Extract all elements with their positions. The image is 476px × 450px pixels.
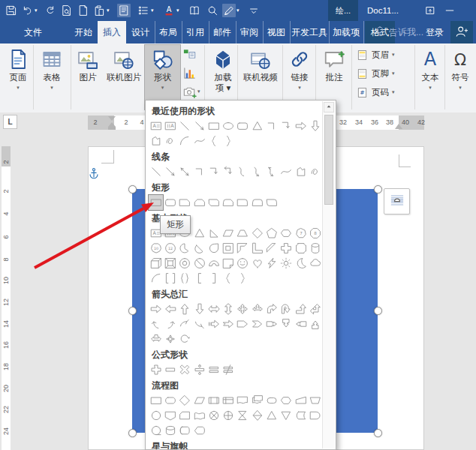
- cloud-shape-icon[interactable]: [308, 256, 322, 271]
- triangle-shape-icon[interactable]: [192, 226, 206, 241]
- a-quad-shape-icon[interactable]: [236, 302, 250, 316]
- f-prep-shape-icon[interactable]: [279, 393, 294, 408]
- font-color-button[interactable]: A: [162, 4, 176, 17]
- text-box-shape-icon[interactable]: A: [149, 118, 163, 134]
- close-window-button[interactable]: [467, 4, 476, 17]
- moon-shape-icon[interactable]: [294, 256, 308, 271]
- plaque-shape-icon[interactable]: [294, 241, 308, 256]
- f-predef-shape-icon[interactable]: [206, 393, 221, 408]
- bevel-shape-icon[interactable]: [163, 256, 177, 271]
- scribble-shape-icon[interactable]: [163, 134, 177, 148]
- reading-view-button[interactable]: [117, 4, 131, 17]
- tab-设计[interactable]: 设计: [126, 21, 155, 44]
- smartart-button[interactable]: [182, 46, 197, 62]
- arc-shape-icon[interactable]: [178, 134, 192, 148]
- f-decision-shape-icon[interactable]: [178, 393, 192, 408]
- dbl-brace-shape-icon[interactable]: [178, 271, 192, 286]
- a-lru-shape-icon[interactable]: [250, 302, 264, 316]
- tab-stop-selector[interactable]: L: [3, 115, 17, 129]
- frame-shape-icon[interactable]: [221, 241, 235, 256]
- a-notched-shape-icon[interactable]: [221, 316, 235, 332]
- elbow-arrow-shape-icon[interactable]: [206, 164, 221, 179]
- a-uturn-shape-icon[interactable]: [279, 302, 294, 316]
- f-sort-shape-icon[interactable]: [250, 408, 264, 423]
- tab-插入[interactable]: 插入: [98, 21, 126, 44]
- shape-resize-handle[interactable]: [128, 429, 137, 437]
- f-term-shape-icon[interactable]: [264, 393, 279, 408]
- pie-shape-icon[interactable]: [178, 241, 192, 256]
- a-co-l-shape-icon[interactable]: [294, 316, 308, 332]
- line-arrow-shape-icon[interactable]: [163, 164, 177, 179]
- shape-resize-handle[interactable]: [374, 307, 382, 315]
- round1-shape-icon[interactable]: [236, 195, 250, 210]
- print-preview-button[interactable]: [60, 4, 74, 17]
- a-bentup-shape-icon[interactable]: [294, 302, 308, 316]
- smiley-shape-icon[interactable]: [236, 256, 250, 271]
- tab-布局[interactable]: 布局: [155, 21, 182, 44]
- blk-up-shape-icon[interactable]: [178, 302, 192, 316]
- f-delay-shape-icon[interactable]: [308, 408, 322, 423]
- save-button[interactable]: [5, 4, 18, 17]
- snip-round1-shape-icon[interactable]: [221, 195, 235, 210]
- elbow-arrow-shape-icon[interactable]: [279, 118, 294, 134]
- f-offpage-shape-icon[interactable]: [163, 408, 177, 423]
- a-pentagon-shape-icon[interactable]: [236, 316, 250, 332]
- table-button[interactable]: 表格▾: [35, 45, 69, 110]
- text-button[interactable]: A文本▾: [416, 45, 444, 110]
- diag-stripe-shape-icon[interactable]: [264, 241, 279, 256]
- eq-plus-shape-icon[interactable]: [149, 362, 163, 377]
- elbow-shape-icon[interactable]: [264, 118, 279, 134]
- f-internal-shape-icon[interactable]: [221, 393, 235, 408]
- undo-button-caret[interactable]: ▾: [35, 8, 38, 14]
- curved-arrow-shape-icon[interactable]: [250, 164, 264, 179]
- chart-button[interactable]: [182, 65, 197, 80]
- a-co-d-shape-icon[interactable]: [279, 316, 294, 332]
- dodecagon-shape-icon[interactable]: 12: [163, 241, 177, 256]
- a-curve-l-shape-icon[interactable]: [149, 316, 163, 332]
- a-leftup-shape-icon[interactable]: [308, 302, 322, 316]
- f-display-shape-icon[interactable]: [192, 423, 206, 438]
- tab-审阅[interactable]: 审阅: [236, 21, 264, 44]
- curve-shape-icon[interactable]: [192, 134, 206, 148]
- footer-button[interactable]: 页脚▾: [356, 65, 395, 82]
- a-bent-shape-icon[interactable]: [264, 302, 279, 316]
- round-rect-shape-icon[interactable]: [236, 118, 250, 134]
- f-direct-shape-icon[interactable]: [178, 423, 192, 438]
- a-co-r-shape-icon[interactable]: [264, 316, 279, 332]
- brace-r-shape-icon[interactable]: [221, 134, 235, 148]
- blk-right-shape-icon[interactable]: [294, 118, 308, 134]
- page-number-button[interactable]: #页码▾: [356, 84, 395, 100]
- a-curve-r-shape-icon[interactable]: [163, 316, 177, 332]
- f-card-shape-icon[interactable]: [178, 408, 192, 423]
- new-document-button[interactable]: [77, 4, 90, 17]
- left-indent-marker[interactable]: [108, 127, 116, 130]
- elbow-shape-icon[interactable]: [192, 164, 206, 179]
- f-manop-shape-icon[interactable]: [308, 393, 322, 408]
- lightning-shape-icon[interactable]: [264, 256, 279, 271]
- round-rect-shape-icon[interactable]: [163, 195, 177, 210]
- chord-shape-icon[interactable]: [192, 241, 206, 256]
- first-line-indent-marker[interactable]: [108, 116, 116, 121]
- rect-shape-icon[interactable]: [149, 195, 163, 210]
- screenshot-button[interactable]: [182, 84, 197, 99]
- eq-mult-shape-icon[interactable]: [178, 362, 192, 377]
- rect-shape-icon[interactable]: [206, 118, 221, 134]
- folded-shape-icon[interactable]: [221, 256, 235, 271]
- f-alt-shape-icon[interactable]: [163, 393, 177, 408]
- snip1-shape-icon[interactable]: [178, 195, 192, 210]
- pictures-button[interactable]: 图片: [72, 45, 104, 110]
- dropdown-scrollbar[interactable]: [322, 101, 335, 448]
- tab-文件[interactable]: 文件: [18, 21, 48, 44]
- curved-shape-icon[interactable]: [236, 164, 250, 179]
- line-darrow-shape-icon[interactable]: [178, 164, 192, 179]
- a-striped-shape-icon[interactable]: [206, 316, 221, 332]
- outline-view-button-caret[interactable]: ▾: [151, 8, 154, 14]
- symbol-button[interactable]: Ω符号▾: [446, 45, 474, 110]
- brace-l-shape-icon[interactable]: [206, 134, 221, 148]
- f-or-shape-icon[interactable]: [221, 408, 235, 423]
- teardrop-shape-icon[interactable]: [206, 241, 221, 256]
- dbl-bracket-shape-icon[interactable]: [163, 271, 177, 286]
- online-pictures-button[interactable]: 联机图片: [104, 45, 144, 110]
- bracket-l-shape-icon[interactable]: [192, 271, 206, 286]
- line-arrow-shape-icon[interactable]: [192, 118, 206, 134]
